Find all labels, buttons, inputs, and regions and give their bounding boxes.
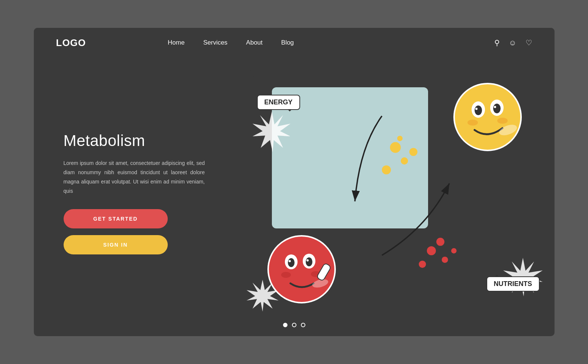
nav-blog[interactable]: Blog (281, 39, 294, 46)
nav-services[interactable]: Services (203, 39, 227, 46)
red-character (264, 232, 339, 306)
svg-point-10 (494, 106, 496, 108)
starburst-left-top (250, 110, 294, 156)
illustration-panel: ENERGY NUTRIENTS (227, 58, 555, 336)
logo: LOGO (56, 37, 86, 49)
svg-point-32 (441, 257, 448, 263)
pagination-dot-3[interactable] (301, 323, 305, 327)
search-icon[interactable]: ⚲ (494, 38, 500, 47)
left-panel: Metabolism Lorem ipsum dolor sit amet, c… (34, 58, 227, 336)
svg-point-18 (306, 257, 312, 266)
yellow-character (450, 80, 525, 154)
nav-links: Home Services About Blog (168, 39, 294, 46)
hero-body: Lorem ipsum dolor sit amet, consectetuer… (64, 159, 205, 196)
svg-point-9 (475, 108, 478, 110)
heart-icon[interactable]: ♡ (526, 38, 532, 47)
get-started-button[interactable]: GET STARTED (64, 209, 168, 228)
hero-title: Metabolism (64, 132, 205, 150)
svg-point-11 (467, 120, 478, 126)
svg-point-21 (281, 272, 291, 278)
pagination-dot-1[interactable] (283, 323, 287, 327)
nav-about[interactable]: About (246, 39, 263, 46)
energy-bubble: ENERGY (257, 95, 300, 110)
svg-point-19 (289, 260, 291, 262)
svg-point-34 (451, 248, 457, 254)
pagination-dot-2[interactable] (292, 323, 296, 327)
sign-in-button[interactable]: SIGN IN (64, 235, 168, 254)
svg-point-4 (454, 84, 521, 150)
svg-point-31 (427, 246, 436, 255)
svg-point-33 (436, 238, 444, 246)
main-content: Metabolism Lorem ipsum dolor sit amet, c… (34, 58, 555, 336)
user-icon[interactable]: ☺ (509, 39, 516, 47)
svg-point-8 (493, 104, 501, 113)
nav-icon-group: ⚲ ☺ ♡ (494, 38, 532, 47)
svg-point-7 (475, 105, 482, 115)
svg-point-35 (419, 261, 426, 268)
svg-point-17 (288, 258, 295, 267)
svg-marker-0 (253, 111, 290, 152)
nutrients-bubble: NUTRIENTS (486, 276, 540, 292)
navbar: LOGO Home Services About Blog ⚲ ☺ ♡ (34, 28, 555, 58)
pagination (283, 323, 305, 327)
nav-home[interactable]: Home (168, 39, 184, 46)
svg-point-20 (306, 259, 309, 261)
svg-point-12 (497, 118, 508, 124)
